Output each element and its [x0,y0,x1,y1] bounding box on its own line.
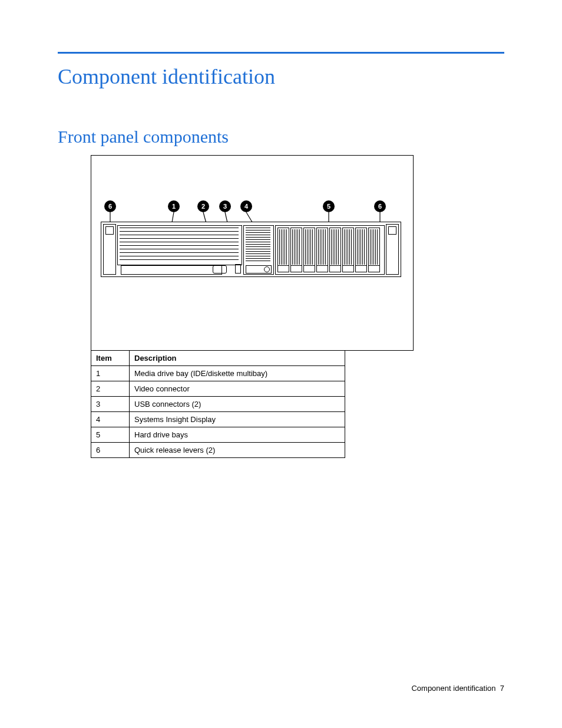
hard-drive-bay [342,228,354,272]
hard-drive-bay [277,228,289,272]
sid-leds [246,228,270,263]
table-row: 5Hard drive bays [91,427,345,443]
hard-drive-bay [316,228,328,272]
usb-connectors [235,264,241,274]
table-cell-desc: USB connectors (2) [130,397,345,412]
video-connector [213,265,227,274]
lever-tab-left [105,226,114,235]
table-cell-item: 4 [91,412,130,427]
table-row: 4Systems Insight Display [91,412,345,427]
section-title: Front panel components [58,127,504,147]
table-cell-desc: Video connector [130,381,345,397]
table-cell-item: 1 [91,366,130,381]
table-header-desc: Description [130,351,345,366]
front-panel-diagram: 6 1 2 3 4 5 6 [91,155,414,351]
hard-drive-bay [355,228,367,272]
table-cell-item: 6 [91,443,130,458]
table-header-item: Item [91,351,130,366]
page-footer: Component identification 7 [411,684,504,693]
hard-drive-bay [290,228,302,272]
hard-drive-bay [368,228,380,272]
table-cell-desc: Hard drive bays [130,427,345,443]
table-row: 2Video connector [91,381,345,397]
table-header-row: Item Description [91,351,345,366]
table-cell-desc: Systems Insight Display [130,412,345,427]
table-cell-item: 3 [91,397,130,412]
lever-tab-right [388,226,396,235]
table-row: 3USB connectors (2) [91,397,345,412]
table-cell-desc: Media drive bay (IDE/diskette multibay) [130,366,345,381]
table-cell-item: 2 [91,381,130,397]
hard-drive-bay [303,228,315,272]
table-cell-item: 5 [91,427,130,443]
table-row: 6Quick release levers (2) [91,443,345,458]
sid-footer [246,265,272,274]
table-row: 1Media drive bay (IDE/diskette multibay) [91,366,345,381]
footer-page: 7 [500,684,504,693]
component-table: Item Description 1Media drive bay (IDE/d… [91,350,345,458]
hard-drive-bay [329,228,341,272]
divider-rule [58,52,504,54]
media-drive-slot [121,265,222,275]
page-title: Component identification [58,64,504,89]
vent-grille [120,228,239,262]
footer-text: Component identification [411,684,495,693]
table-cell-desc: Quick release levers (2) [130,443,345,458]
